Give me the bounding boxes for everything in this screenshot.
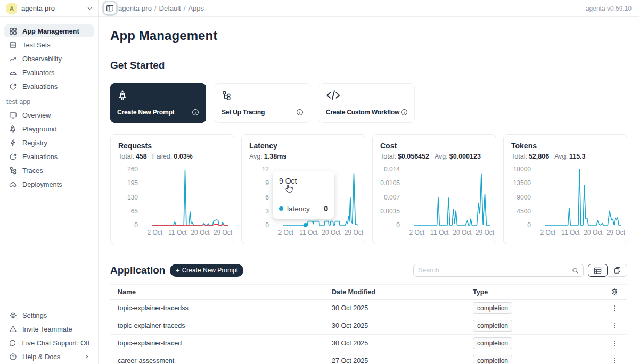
svg-text:195: 195 [127, 179, 138, 187]
sidebar-item-deployments[interactable]: Deployments [4, 178, 94, 191]
chevron-down-icon [87, 5, 93, 11]
stat-meta: Total:52,806Avg:115.3 [511, 153, 619, 160]
row-actions-button[interactable] [601, 340, 627, 347]
row-actions-button[interactable] [601, 322, 627, 329]
svg-text:6: 6 [265, 194, 269, 201]
sidebar-item-evaluations[interactable]: Evaluations [4, 150, 94, 163]
sidebar-item-evaluations[interactable]: Evaluations [4, 80, 94, 93]
get-started-card-create-custom-workflow[interactable]: Create Custom Workflow [319, 83, 415, 123]
get-started-card-create-new-prompt[interactable]: Create New Prompt [110, 83, 206, 123]
bolt-icon [9, 138, 17, 147]
sidebar-nav-main: App ManagementTest SetsObservabilityEval… [0, 17, 98, 94]
cost-chart[interactable]: 0.0140.01050.0070.003502 Oct11 Oct20 Oct… [380, 162, 489, 237]
sidebar-nav-app: OverviewPlaygroundRegistryEvaluationsTra… [0, 106, 98, 192]
breadcrumb-item[interactable]: Apps [188, 4, 204, 12]
svg-text:0: 0 [396, 221, 400, 229]
sidebar-item-app-management[interactable]: App Management [4, 24, 94, 37]
sidebar-item-overview[interactable]: Overview [4, 109, 94, 121]
sidebar-item-invite-teammate[interactable]: Invite Teammate [4, 322, 94, 335]
rows-icon [9, 40, 17, 49]
sidebar-item-label: Overview [22, 111, 51, 119]
cloud-up-icon [9, 180, 17, 188]
cell-date-modified: 30 Oct 2025 [324, 340, 465, 347]
svg-text:0.014: 0.014 [384, 166, 400, 173]
breadcrumb-item[interactable]: Default [159, 4, 181, 12]
sidebar-toggle-button[interactable] [104, 2, 116, 14]
row-actions-button[interactable] [601, 357, 627, 364]
get-started-cards: Create New PromptSet Up TracingCreate Cu… [110, 83, 627, 123]
svg-text:0.0105: 0.0105 [380, 179, 400, 187]
sidebar-item-label: Playground [22, 125, 57, 133]
breadcrumb-separator: / [184, 4, 186, 12]
column-header-name[interactable]: Name [110, 288, 324, 296]
sidebar-item-observability[interactable]: Observability [4, 52, 94, 65]
get-started-title: Get Started [110, 60, 627, 71]
column-settings[interactable] [601, 288, 627, 296]
svg-text:2 Oct: 2 Oct [540, 229, 555, 236]
svg-text:2 Oct: 2 Oct [147, 229, 162, 236]
table-row[interactable]: career-assessment27 Oct 2025completion [110, 352, 627, 364]
cell-type: completion [465, 302, 601, 313]
column-header-type[interactable]: Type [465, 288, 601, 296]
page-title: App Management [110, 28, 627, 43]
cell-name: topic-explainer-traced [110, 340, 324, 347]
table-row[interactable]: topic-explainer-tracedss30 Oct 2025compl… [110, 300, 627, 317]
info-icon[interactable] [400, 109, 408, 116]
table-row[interactable]: topic-explainer-traceds30 Oct 2025comple… [110, 317, 627, 335]
sidebar-item-help-docs[interactable]: Help & Docs [4, 350, 94, 363]
sidebar-item-label: App Management [22, 27, 79, 35]
column-header-date-modified[interactable]: Date Modified [324, 288, 465, 296]
stats-row: RequestsTotal:458Failed:0.03%26019513065… [110, 134, 627, 244]
info-icon[interactable] [296, 109, 304, 116]
svg-text:20 Oct: 20 Oct [584, 229, 603, 236]
svg-text:3: 3 [265, 208, 269, 215]
hand-cursor-icon [284, 184, 293, 194]
breadcrumb-item[interactable]: agenta-pro [118, 4, 152, 12]
sidebar-item-test-sets[interactable]: Test Sets [4, 38, 94, 51]
svg-text:20 Oct: 20 Oct [322, 229, 341, 236]
get-started-card-set-up-tracing[interactable]: Set Up Tracing [215, 83, 310, 123]
cell-type: completion [465, 337, 601, 349]
help-icon [9, 352, 17, 361]
monitor-icon [9, 111, 17, 119]
search-icon[interactable] [572, 267, 579, 274]
sidebar-item-playground[interactable]: Playground [4, 122, 94, 135]
table-row[interactable]: topic-explainer-traced30 Oct 2025complet… [110, 335, 627, 352]
type-tag: completion [473, 355, 512, 364]
workspace-name: agenta-pro [21, 4, 87, 12]
sidebar-item-evaluators[interactable]: Evaluators [4, 66, 94, 79]
table-header: Name Date Modified Type [110, 284, 627, 300]
svg-text:9000: 9000 [517, 194, 531, 201]
tokens-chart[interactable]: 18000135009000450002 Oct11 Oct20 Oct29 O… [511, 162, 620, 237]
cell-date-modified: 30 Oct 2025 [324, 304, 465, 312]
code-icon [326, 89, 338, 101]
pie-arrow-icon [9, 152, 17, 161]
breadcrumb[interactable]: agenta-pro/Default/Apps [118, 4, 204, 12]
info-icon[interactable] [192, 109, 199, 116]
sidebar-item-registry[interactable]: Registry [4, 136, 94, 149]
sidebar-item-settings[interactable]: Settings [4, 309, 94, 321]
svg-text:29 Oct: 29 Oct [607, 229, 626, 236]
workspace-selector[interactable]: A agenta-pro [0, 0, 98, 17]
search-input[interactable] [418, 267, 572, 274]
card-view-button[interactable] [608, 264, 627, 277]
tree-icon [222, 89, 233, 101]
create-new-prompt-button[interactable]: + Create New Prompt [170, 264, 243, 277]
stat-meta-item: Avg:$0.000123 [435, 153, 481, 160]
sidebar-item-label: Registry [22, 139, 47, 147]
requests-chart[interactable]: 2601951306502 Oct11 Oct20 Oct29 Oct [118, 162, 227, 237]
tooltip-series-label: latency [287, 205, 310, 213]
plus-icon: + [175, 267, 179, 274]
workspace-avatar: A [6, 3, 17, 14]
sidebar-item-traces[interactable]: Traces [4, 164, 94, 177]
breadcrumb-separator: / [154, 4, 157, 12]
row-actions-button[interactable] [601, 304, 627, 312]
table-view-button[interactable] [588, 264, 608, 277]
svg-text:20 Oct: 20 Oct [191, 229, 210, 236]
main-area: agenta-pro/Default/Apps agenta v0.59.10 … [99, 0, 639, 364]
sidebar-section-label: test-app [0, 94, 98, 106]
sidebar-item-live-chat-support-off[interactable]: Live Chat Support: Off [4, 336, 94, 349]
svg-text:0: 0 [265, 221, 269, 229]
sidebar-item-label: Invite Teammate [22, 325, 72, 333]
tooltip-value: 0 [324, 204, 328, 213]
